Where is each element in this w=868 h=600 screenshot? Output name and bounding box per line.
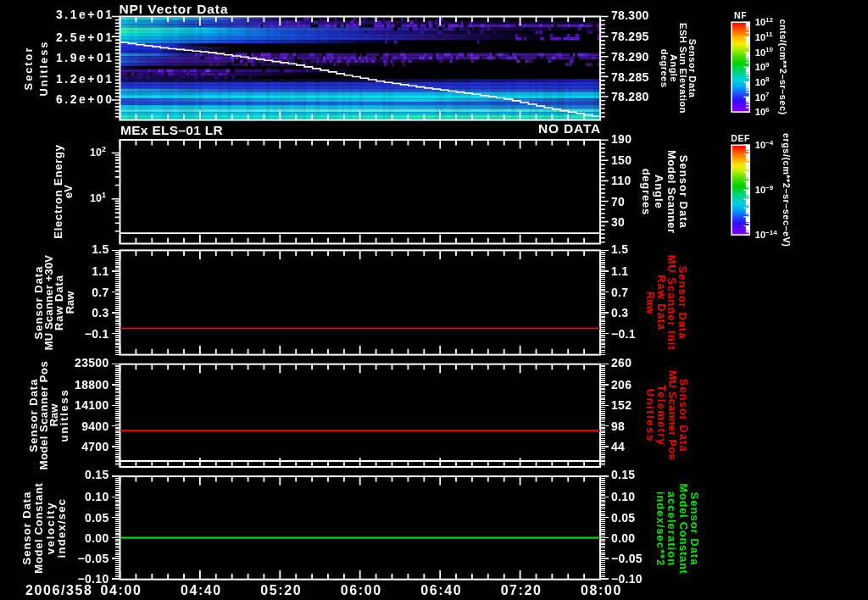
svg-text:0.05: 0.05 <box>85 511 108 525</box>
svg-text:velocity: velocity <box>44 502 57 554</box>
svg-text:Raw: Raw <box>644 292 657 315</box>
svg-text:3.1e+01: 3.1e+01 <box>56 8 114 21</box>
svg-text:78.295: 78.295 <box>611 30 649 43</box>
svg-text:−0.05: −0.05 <box>78 552 109 565</box>
svg-text:−0.1: −0.1 <box>611 327 636 341</box>
svg-text:MEx ELS–01 LR: MEx ELS–01 LR <box>120 123 223 137</box>
svg-text:ESH Sun Elevation: ESH Sun Elevation <box>678 23 688 114</box>
svg-text:260: 260 <box>611 356 632 369</box>
svg-text:0.15: 0.15 <box>85 468 108 481</box>
svg-text:DEF: DEF <box>731 133 750 143</box>
svg-text:Model Constant: Model Constant <box>32 482 45 573</box>
svg-text:05:20: 05:20 <box>260 583 302 597</box>
svg-text:70: 70 <box>611 195 625 208</box>
svg-text:2.5e+01: 2.5e+01 <box>56 31 114 44</box>
svg-text:78.290: 78.290 <box>611 50 649 64</box>
svg-text:9400: 9400 <box>81 419 108 433</box>
svg-text:04:00: 04:00 <box>101 583 142 597</box>
svg-text:0.00: 0.00 <box>85 531 108 545</box>
svg-text:degrees: degrees <box>659 49 670 88</box>
svg-text:0.15: 0.15 <box>611 468 635 481</box>
svg-text:unitless: unitless <box>58 388 70 442</box>
svg-text:0.00: 0.00 <box>611 531 635 545</box>
svg-text:23500: 23500 <box>75 356 108 369</box>
svg-text:0.3: 0.3 <box>611 306 628 319</box>
svg-text:eV: eV <box>62 185 75 198</box>
svg-text:18800: 18800 <box>75 378 108 392</box>
svg-text:index/sec**2: index/sec**2 <box>654 492 667 566</box>
svg-text:Model Scanner: Model Scanner <box>665 150 678 234</box>
svg-text:Unitless: Unitless <box>37 41 50 97</box>
svg-text:08:00: 08:00 <box>581 583 622 597</box>
svg-text:0.3: 0.3 <box>92 306 108 319</box>
svg-text:NO DATA: NO DATA <box>538 121 601 136</box>
svg-text:110: 110 <box>611 174 632 187</box>
svg-text:Angle: Angle <box>669 54 679 82</box>
svg-text:NF: NF <box>734 10 747 20</box>
svg-text:1.5: 1.5 <box>92 242 108 256</box>
svg-text:07:20: 07:20 <box>501 583 542 597</box>
svg-text:190: 190 <box>611 132 632 146</box>
svg-text:Angle: Angle <box>653 175 665 209</box>
svg-text:Sensor Data: Sensor Data <box>20 492 33 565</box>
svg-text:0.10: 0.10 <box>85 490 108 503</box>
svg-text:Unitless: Unitless <box>644 388 657 442</box>
svg-text:Sector: Sector <box>22 47 35 91</box>
svg-text:NPI Vector Data: NPI Vector Data <box>120 2 229 16</box>
svg-text:2006/358: 2006/358 <box>25 583 93 597</box>
svg-text:14100: 14100 <box>75 398 108 412</box>
svg-text:cnts/(cm**2–sr–sec): cnts/(cm**2–sr–sec) <box>778 19 788 115</box>
svg-text:6.2e+00: 6.2e+00 <box>56 92 114 106</box>
svg-text:0.7: 0.7 <box>92 286 108 299</box>
svg-text:Raw: Raw <box>64 291 76 314</box>
svg-text:0.7: 0.7 <box>611 286 628 299</box>
svg-text:1.1: 1.1 <box>611 264 628 278</box>
svg-text:1.9e+01: 1.9e+01 <box>56 51 114 64</box>
svg-text:44: 44 <box>611 440 625 453</box>
svg-text:78.285: 78.285 <box>611 70 649 84</box>
svg-text:−0.1: −0.1 <box>85 327 109 341</box>
svg-text:150: 150 <box>611 153 632 167</box>
svg-text:ergs/(cm**2–sr–sec–eV): ergs/(cm**2–sr–sec–eV) <box>782 133 792 247</box>
svg-text:152: 152 <box>611 398 632 412</box>
svg-text:06:40: 06:40 <box>420 583 462 597</box>
svg-text:78.280: 78.280 <box>611 90 649 103</box>
svg-text:4700: 4700 <box>81 440 108 453</box>
svg-text:30: 30 <box>611 215 625 229</box>
svg-text:1.1: 1.1 <box>92 264 108 278</box>
svg-text:1.5: 1.5 <box>611 242 628 256</box>
svg-text:index/sec: index/sec <box>55 498 68 558</box>
svg-text:1.2e+01: 1.2e+01 <box>56 72 114 86</box>
svg-text:98: 98 <box>611 419 625 433</box>
svg-text:0.10: 0.10 <box>611 490 635 503</box>
svg-text:78.300: 78.300 <box>611 8 649 22</box>
svg-text:0.05: 0.05 <box>611 511 635 525</box>
svg-text:04:40: 04:40 <box>181 583 222 597</box>
svg-text:206: 206 <box>611 378 632 392</box>
svg-text:degrees: degrees <box>640 169 653 215</box>
svg-text:06:00: 06:00 <box>341 583 382 597</box>
svg-text:Sensor Data: Sensor Data <box>677 155 690 229</box>
svg-text:−0.05: −0.05 <box>611 552 643 565</box>
